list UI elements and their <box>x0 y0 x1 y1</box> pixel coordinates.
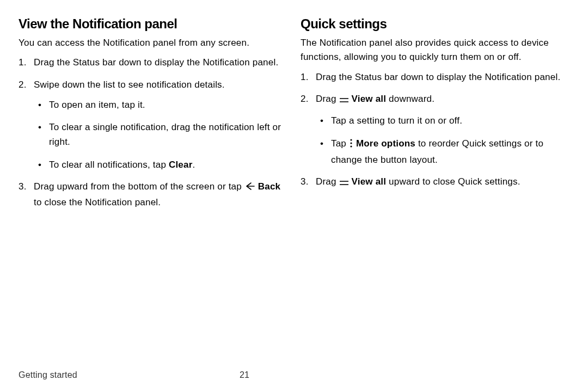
footer-section: Getting started <box>19 370 77 380</box>
left-sub-2c-pre: To clear all notifications, tap <box>49 160 169 170</box>
right-sub-2b: Tap More options to reorder Quick settin… <box>316 136 569 167</box>
svg-point-4 <box>350 145 352 147</box>
left-step-3-pre: Drag upward from the bottom of the scree… <box>34 181 244 192</box>
view-all-icon <box>339 94 349 108</box>
right-sub-2b-pre: Tap <box>331 138 349 149</box>
left-sub-2c-post: . <box>193 160 195 170</box>
right-sublist: Tap a setting to turn it on or off. Tap … <box>316 113 569 167</box>
right-column: Quick settings The Notification panel al… <box>301 16 569 217</box>
right-sub-2b-bold: More options <box>356 138 415 149</box>
left-intro: You can access the Notification panel fr… <box>19 36 287 50</box>
left-step-1: Drag the Status bar down to display the … <box>19 56 287 70</box>
right-step-3: Drag View all upward to close Quick sett… <box>301 175 569 191</box>
right-ordered-list: Drag the Status bar down to display the … <box>301 70 569 191</box>
right-step-3-bold: View all <box>352 176 387 187</box>
right-step-2: Drag View all downward. Tap a setting to… <box>301 92 569 167</box>
left-sublist: To open an item, tap it. To clear a sing… <box>34 97 287 172</box>
view-all-icon <box>339 176 349 191</box>
left-step-2: Swipe down the list to see notification … <box>19 78 287 172</box>
left-ordered-list: Drag the Status bar down to display the … <box>19 56 287 210</box>
page-number: 21 <box>240 370 249 380</box>
left-heading: View the Notification panel <box>19 16 287 32</box>
right-step-2-bold: View all <box>352 94 387 104</box>
left-sub-2c-bold: Clear <box>169 160 193 170</box>
left-step-3-bold: Back <box>258 181 280 192</box>
right-step-2-post: downward. <box>386 94 434 104</box>
left-step-3-post: to close the Notification panel. <box>34 197 161 207</box>
right-step-3-post: upward to close Quick settings. <box>386 176 520 187</box>
left-step-3: Drag upward from the bottom of the scree… <box>19 180 287 210</box>
right-step-3-pre: Drag <box>316 176 339 187</box>
right-step-2-pre: Drag <box>316 94 339 104</box>
right-heading: Quick settings <box>301 16 569 32</box>
svg-point-2 <box>350 139 352 140</box>
back-arrow-icon <box>244 181 255 195</box>
right-sub-2a: Tap a setting to turn it on or off. <box>316 113 569 128</box>
left-column: View the Notification panel You can acce… <box>19 16 287 217</box>
more-options-icon <box>349 138 353 152</box>
right-intro: The Notification panel also provides qui… <box>301 36 569 65</box>
left-sub-2b: To clear a single notification, drag the… <box>34 120 287 149</box>
left-step-2-text: Swipe down the list to see notification … <box>34 79 225 90</box>
left-sub-2a: To open an item, tap it. <box>34 97 287 112</box>
right-step-1: Drag the Status bar down to display the … <box>301 70 569 84</box>
svg-point-3 <box>350 142 352 144</box>
left-sub-2c: To clear all notifications, tap Clear. <box>34 157 287 172</box>
